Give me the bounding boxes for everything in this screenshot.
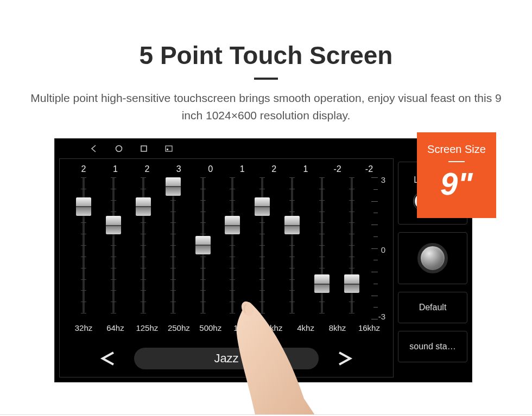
device-screenshot: 21230121-2-2 3 0 -3 32hz64hz125hz250hz50… [54, 138, 472, 382]
eq-band-freq: 16khz [356, 323, 382, 332]
eq-slider-thumb[interactable] [314, 274, 330, 293]
eq-slider-thumb[interactable] [136, 197, 151, 216]
eq-slider-thumb[interactable] [76, 197, 91, 216]
svg-rect-1 [141, 146, 147, 151]
eq-band-value: -2 [325, 164, 351, 174]
promo-title: 5 Point Touch Screen [0, 41, 532, 70]
eq-band-freq: 32hz [71, 323, 97, 332]
eq-band-freq: 64hz [102, 323, 128, 332]
eq-band-freq: 2khz [261, 323, 287, 332]
eq-slider[interactable] [339, 177, 365, 313]
home-icon[interactable] [115, 144, 123, 153]
badge-value: 9" [440, 165, 473, 202]
eq-band-value: 1 [229, 164, 255, 174]
eq-band-value: 2 [134, 164, 160, 174]
eq-band-freq: 250hz [166, 323, 192, 332]
eq-band-value: 2 [71, 164, 97, 174]
eq-band-value: 3 [166, 164, 192, 174]
eq-band-freq: 1khz [229, 323, 255, 332]
promo-description: Multiple point high-sensitive touchscree… [22, 89, 510, 124]
preset-next-button[interactable] [332, 349, 359, 368]
scale-min: -3 [378, 312, 385, 321]
scale-max: 3 [381, 175, 385, 184]
eq-slider-thumb[interactable] [166, 177, 181, 196]
eq-slider[interactable] [309, 177, 335, 313]
android-status-bar [55, 139, 472, 158]
title-divider [254, 78, 278, 80]
section-divider [0, 414, 532, 415]
equalizer-panel: 21230121-2-2 3 0 -3 32hz64hz125hz250hz50… [59, 158, 394, 377]
svg-point-0 [116, 146, 122, 152]
eq-band-freq: 125hz [134, 323, 160, 332]
scale-mid: 0 [381, 245, 385, 254]
preset-name[interactable]: Jazz [134, 348, 319, 369]
eq-band-freq: 4khz [293, 323, 319, 332]
eq-slider[interactable] [249, 177, 275, 313]
default-button-label: Default [419, 303, 447, 312]
eq-band-value: 0 [198, 164, 224, 174]
preset-prev-button[interactable] [94, 349, 121, 368]
badge-divider [448, 161, 465, 162]
eq-slider[interactable] [130, 177, 156, 313]
eq-slider[interactable] [219, 177, 245, 313]
sound-stage-button[interactable]: sound sta… [398, 331, 467, 362]
eq-scale: 3 0 -3 [370, 177, 385, 319]
badge-label: Screen Size [427, 143, 486, 156]
eq-band-value: -2 [356, 164, 382, 174]
svg-rect-3 [167, 149, 168, 150]
eq-slider-thumb[interactable] [344, 274, 359, 293]
back-icon[interactable] [90, 144, 98, 153]
eq-band-value: 2 [261, 164, 287, 174]
eq-band-freq: 500hz [198, 323, 224, 332]
recent-apps-icon[interactable] [140, 144, 148, 153]
eq-slider-thumb[interactable] [284, 216, 300, 234]
eq-slider[interactable] [100, 177, 126, 313]
eq-band-value: 1 [293, 164, 319, 174]
eq-slider[interactable] [160, 177, 186, 313]
eq-slider-thumb[interactable] [225, 216, 240, 234]
eq-slider[interactable] [71, 177, 97, 313]
sound-stage-label: sound sta… [409, 342, 455, 351]
default-button[interactable]: Default [398, 292, 467, 323]
screenshot-icon[interactable] [164, 144, 173, 153]
eq-slider-thumb[interactable] [255, 197, 270, 216]
svg-rect-2 [166, 146, 172, 151]
balance-knob-box [398, 232, 467, 284]
eq-slider-thumb[interactable] [195, 236, 211, 254]
screen-size-badge: Screen Size 9" [417, 132, 496, 218]
eq-slider[interactable] [190, 177, 216, 313]
eq-band-freq: 8khz [325, 323, 351, 332]
eq-band-value: 1 [102, 164, 128, 174]
eq-slider-thumb[interactable] [106, 216, 121, 234]
balance-knob[interactable] [417, 243, 448, 273]
eq-slider[interactable] [279, 177, 305, 313]
